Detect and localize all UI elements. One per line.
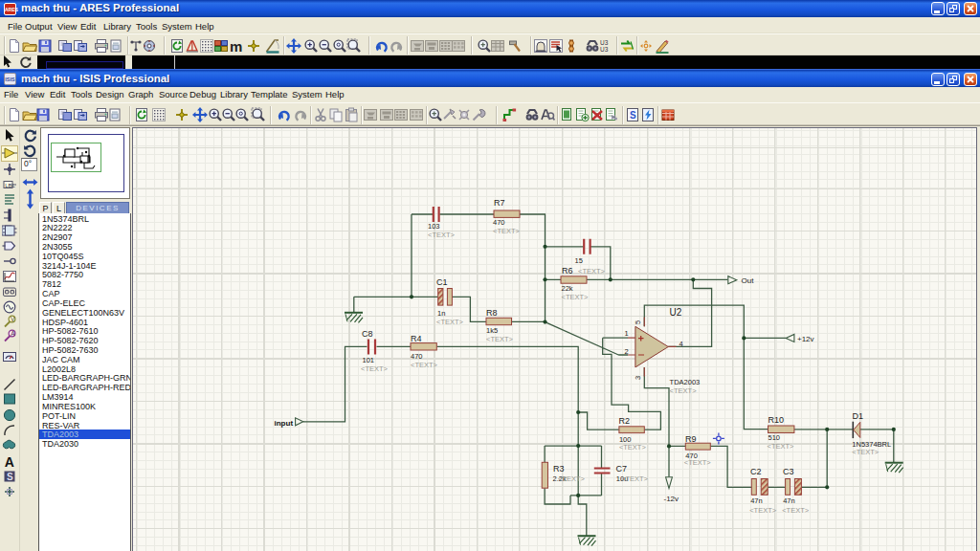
svg-text:C7: C7: [616, 464, 628, 474]
svg-text:<TEXT>: <TEXT>: [852, 448, 880, 456]
svg-text:C8: C8: [362, 329, 373, 339]
svg-text:4: 4: [679, 340, 683, 348]
svg-text:<TEXT>: <TEXT>: [361, 364, 389, 373]
svg-text:A: A: [5, 454, 14, 470]
svg-text:1: 1: [625, 329, 629, 338]
svg-text:U3: U3: [600, 46, 609, 53]
svg-text:A: A: [11, 330, 15, 337]
svg-text:C1: C1: [436, 277, 448, 287]
svg-text:U2: U2: [670, 307, 682, 318]
svg-text:2: 2: [625, 347, 629, 356]
svg-text:<TEXT>: <TEXT>: [684, 458, 712, 467]
svg-text:<TEXT>: <TEXT>: [619, 443, 647, 452]
svg-text:R6: R6: [562, 266, 573, 276]
svg-text:<TEXT>: <TEXT>: [558, 474, 586, 483]
svg-text:S: S: [630, 110, 636, 121]
svg-text:U3: U3: [600, 39, 609, 46]
svg-text:Out: Out: [742, 276, 755, 285]
svg-text:5: 5: [634, 320, 642, 324]
svg-text:R9: R9: [685, 434, 697, 444]
svg-text:C2: C2: [750, 467, 762, 476]
svg-text:<TEXT>: <TEXT>: [782, 506, 810, 515]
svg-text:LBL: LBL: [5, 183, 15, 188]
svg-text:input: input: [275, 419, 294, 428]
svg-text:C3: C3: [783, 467, 794, 476]
svg-text:R4: R4: [411, 334, 422, 343]
svg-text:V: V: [11, 316, 15, 322]
svg-text:R8: R8: [486, 308, 498, 318]
svg-text:<TEXT>: <TEXT>: [486, 335, 514, 343]
svg-text:<TEXT>: <TEXT>: [436, 318, 464, 326]
svg-text:D1: D1: [853, 411, 864, 421]
svg-text:<TEXT>: <TEXT>: [670, 386, 698, 395]
svg-text:15: 15: [575, 256, 583, 265]
svg-text:<TEXT>: <TEXT>: [562, 293, 590, 301]
svg-text:-12v: -12v: [664, 495, 679, 503]
svg-text:1n: 1n: [437, 309, 445, 318]
svg-text:<TEXT>: <TEXT>: [411, 361, 438, 369]
svg-text:<TEXT>: <TEXT>: [578, 267, 606, 276]
svg-text:R2: R2: [619, 416, 631, 426]
svg-text:R10: R10: [768, 415, 785, 425]
svg-text:m: m: [230, 38, 242, 54]
svg-text:3: 3: [634, 376, 642, 380]
svg-text:R7: R7: [494, 198, 505, 208]
svg-text:47n: 47n: [750, 496, 763, 505]
svg-text:47n: 47n: [783, 496, 795, 505]
svg-text:<TEXT>: <TEXT>: [493, 227, 521, 235]
svg-text:<TEXT>: <TEXT>: [749, 506, 777, 515]
svg-text:+12v: +12v: [797, 335, 814, 343]
svg-text:<TEXT>: <TEXT>: [428, 231, 456, 239]
svg-text:R3: R3: [553, 464, 565, 474]
svg-text:<TEXT>: <TEXT>: [621, 474, 649, 483]
svg-text:510: 510: [768, 433, 781, 442]
svg-text:<TEXT>: <TEXT>: [768, 442, 795, 451]
svg-text:S: S: [7, 472, 13, 482]
